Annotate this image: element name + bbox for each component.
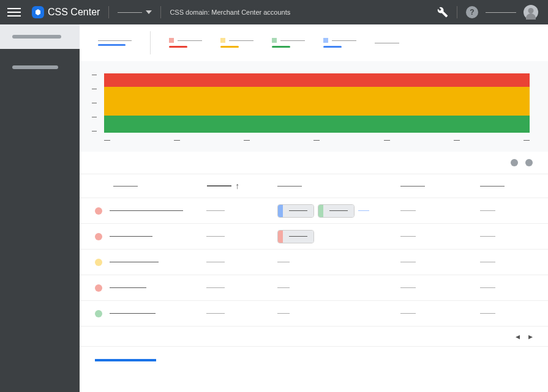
row-value: [206, 210, 225, 211]
sidebar-item-active[interactable]: [0, 24, 80, 49]
th-col4[interactable]: [400, 186, 479, 187]
chart-bar-green: [104, 116, 530, 133]
sort-asc-icon: ↑: [235, 181, 239, 191]
header-right: ?: [437, 5, 541, 20]
chart-container: [80, 61, 548, 152]
row-value: [277, 262, 290, 262]
status-dot-icon: [95, 284, 102, 292]
table-row[interactable]: [80, 250, 548, 275]
avatar[interactable]: [524, 5, 538, 20]
footer: [80, 346, 548, 374]
row-value: [400, 262, 416, 262]
th-col3[interactable]: [277, 186, 400, 187]
pagination: ◂ ▸: [80, 327, 548, 346]
chevron-down-icon: [146, 10, 152, 14]
menu-icon[interactable]: [7, 6, 21, 19]
row-value: [206, 236, 225, 237]
tab-red[interactable]: [169, 38, 202, 48]
row-name: [110, 287, 146, 288]
status-dot-icon: [95, 259, 102, 266]
row-value: [277, 313, 290, 314]
row-value: [206, 313, 225, 314]
main-content: ↑ ◂ ▸: [80, 24, 548, 392]
th-col5[interactable]: [480, 186, 533, 187]
page-next-icon[interactable]: ▸: [528, 331, 533, 341]
th-col2-sorted[interactable]: ↑: [207, 181, 277, 191]
footer-link[interactable]: [95, 359, 156, 361]
chart-x-axis: [104, 133, 530, 152]
tab-extra[interactable]: [375, 43, 399, 43]
action-dot-1[interactable]: [511, 159, 518, 166]
row-value: [206, 287, 225, 288]
table-body: [80, 198, 548, 327]
domain-label: CSS domain: Merchant Center accounts: [170, 9, 290, 16]
tab-green[interactable]: [272, 38, 305, 48]
tab-yellow[interactable]: [220, 38, 253, 48]
status-dot-icon: [95, 310, 102, 317]
status-dot-icon: [95, 233, 102, 240]
tools-icon[interactable]: [437, 7, 448, 18]
row-value: [400, 210, 416, 211]
page-prev-icon[interactable]: ◂: [516, 331, 520, 341]
row-name: [110, 236, 152, 237]
row-name: [110, 210, 183, 211]
divider: [150, 31, 151, 54]
chip[interactable]: [277, 204, 314, 218]
chart-bar-yellow: [104, 87, 530, 116]
chart-bars: [104, 73, 530, 133]
chart-y-axis: [92, 73, 97, 131]
row-name: [110, 262, 159, 262]
table-header: ↑: [80, 174, 548, 198]
tab-blue[interactable]: [323, 38, 356, 48]
row-value: [400, 313, 416, 314]
row-value: [400, 236, 416, 237]
table-row[interactable]: [80, 275, 548, 301]
table-row[interactable]: [80, 301, 548, 327]
row-value: [480, 236, 495, 237]
filter-tabs: [80, 24, 548, 61]
row-value: [480, 262, 495, 262]
user-label-placeholder: [486, 12, 516, 13]
chart-bar-red: [104, 73, 530, 87]
row-value: [277, 287, 290, 288]
chip-more[interactable]: [358, 210, 369, 211]
tab-all[interactable]: [98, 40, 132, 46]
table-row[interactable]: [80, 224, 548, 250]
row-value: [480, 210, 495, 211]
row-value: [480, 313, 495, 314]
row-value: [400, 287, 416, 288]
account-dropdown[interactable]: [118, 10, 152, 14]
sidebar: [0, 24, 80, 392]
sidebar-item[interactable]: [0, 55, 80, 80]
help-icon[interactable]: ?: [466, 6, 478, 18]
app-header: CSS Center CSS domain: Merchant Center a…: [0, 0, 548, 24]
app-logo-icon: [32, 6, 44, 18]
divider: [108, 6, 109, 18]
row-name: [110, 313, 156, 314]
row-value: [206, 262, 225, 262]
divider: [457, 6, 457, 18]
action-dot-2[interactable]: [525, 159, 533, 166]
th-col1[interactable]: [95, 186, 207, 187]
table-row[interactable]: [80, 198, 548, 224]
status-dot-icon: [95, 207, 102, 215]
row-value: [480, 287, 495, 288]
app-title: CSS Center: [48, 7, 100, 18]
divider: [160, 6, 161, 18]
chip[interactable]: [277, 230, 314, 243]
chip[interactable]: [318, 204, 355, 218]
chart-actions: [80, 152, 548, 174]
